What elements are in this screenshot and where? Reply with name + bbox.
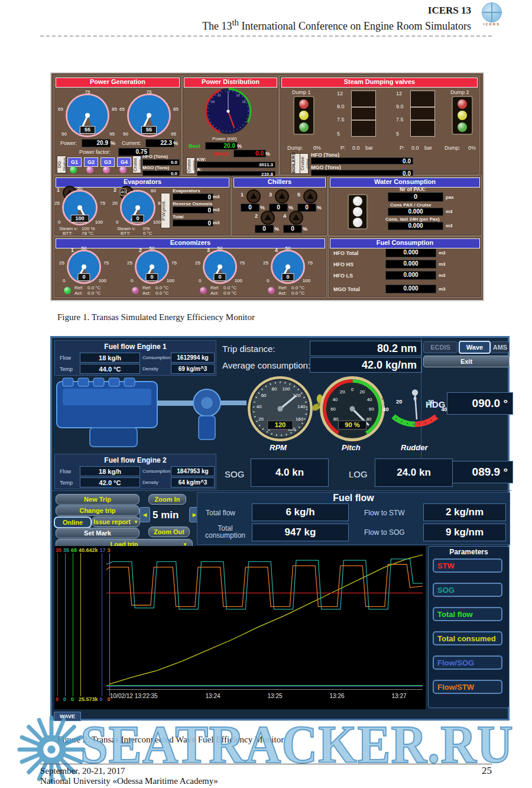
svg-text:-10: -10 — [216, 93, 221, 97]
parameters-panel: Parameters STW SOG Total flow Total cons… — [428, 546, 510, 708]
dump1-pct-value: 0% — [313, 145, 321, 151]
tab-wave[interactable]: Wave — [459, 341, 491, 354]
tab-ecdis[interactable]: ECDIS — [423, 341, 458, 353]
boilers-label: BOILERS — [291, 153, 300, 174]
svg-text:0: 0 — [228, 91, 229, 94]
interval-prev-button[interactable]: ◄ — [140, 507, 150, 522]
svg-text:20: 20 — [340, 389, 345, 395]
hfo-ls-value: 0.000 — [385, 271, 436, 280]
svg-text:80: 80 — [272, 386, 277, 392]
footer-rule — [40, 764, 492, 764]
cruise-cons-label: Cruise cons — [186, 157, 195, 174]
cog-value: 089.9 ° — [447, 461, 513, 483]
hfo-hs-value: 0.000 — [385, 260, 436, 269]
engine2-fuel-panel: Fuel flow Engine 2 Flow 18 kg/h Consumpt… — [54, 454, 216, 489]
param-total-consumed-button[interactable]: Total consumed — [433, 631, 502, 645]
economizer3-light — [200, 287, 207, 294]
flow-to-sog-label: Flow to SOG — [364, 528, 405, 537]
yellow-light — [299, 111, 309, 120]
sog-label: SOG — [225, 469, 244, 479]
boiler1-pressure-bar — [351, 91, 376, 137]
param-sog-button[interactable]: SOG — [433, 583, 502, 597]
generator4-button[interactable]: G4 — [117, 157, 131, 167]
zoom-out-button[interactable]: Zoom Out — [148, 527, 190, 537]
new-trip-button[interactable]: New Trip — [56, 494, 140, 505]
flow-to-sog-value: 9 kg/nm — [423, 524, 506, 541]
svg-text:20: 20 — [396, 399, 402, 405]
conference-short-title: ICERS 13 — [428, 5, 471, 17]
wave-bottom-tab[interactable]: WAVE — [54, 712, 81, 721]
gauge-value: 0 — [77, 273, 90, 281]
panel-title: Power Generation — [56, 77, 180, 88]
power-kw-gauge: 0 10 20 -20 -10 — [203, 86, 254, 137]
figure1-energy-efficiency-monitor: Power Generation 50 65 75 85 95 55 50 65… — [50, 72, 484, 301]
generator2-button[interactable]: G2 — [84, 157, 98, 167]
fuel-consumption-panel: Fuel Consumption HFO Total 0.000 m3 HFO … — [328, 237, 482, 298]
flow-to-stw-label: Flow to STW — [364, 509, 405, 517]
param-total-flow-button[interactable]: Total flow — [433, 607, 502, 621]
svg-text:40: 40 — [382, 406, 388, 412]
param-flow-sog-button[interactable]: Flow/SOG — [433, 655, 502, 670]
panel-title: Steam Dumping valves — [281, 77, 478, 88]
issue-report-button[interactable]: Issue report▼ — [92, 516, 140, 527]
change-trip-button[interactable]: Change trip — [56, 505, 140, 516]
white-light — [353, 218, 362, 227]
generator1-button[interactable]: G1 — [67, 157, 82, 167]
red-light — [458, 99, 467, 109]
p1-value: 0.0 — [352, 145, 360, 151]
economizer1-light — [64, 287, 71, 294]
total-flow-label: Total flow — [206, 509, 235, 517]
svg-text:40: 40 — [367, 397, 372, 402]
dump1-label: Dump 1 — [292, 89, 311, 95]
generator1-load-gauge: 50 65 75 85 95 55 — [67, 95, 108, 135]
chiller5-value: 0 — [297, 204, 316, 212]
hfo-label: HFO (Tons) — [142, 154, 168, 159]
generator1-status-light — [70, 166, 77, 173]
online-button[interactable]: Online — [54, 516, 92, 528]
dump1-pct-label: Dump: — [287, 145, 303, 151]
param-flow-stw-button[interactable]: Flow/STW — [433, 680, 502, 694]
economizer3-gauge: 0 25 50 75 100 0 — [205, 251, 235, 282]
chart-x-ticks: 10/02/12 13:22:3513:2413:2513:2613:27 — [54, 693, 426, 701]
logo-text: ICERS — [480, 22, 504, 26]
param-stw-button[interactable]: STW — [433, 558, 502, 573]
green-light — [458, 122, 467, 132]
act-value: 0.0 °C — [223, 290, 236, 296]
cruise-cons-label: Cruise cons — [300, 153, 309, 174]
gauge-value: 100 — [70, 215, 89, 222]
pump-icon — [261, 211, 275, 225]
figure2-caption: Figure 2. Transas Interconnected Wave Fu… — [57, 735, 284, 745]
flow-to-stw-value: 2 kg/nm — [423, 503, 506, 521]
engine-illustration — [54, 377, 249, 451]
evaporators-prod-value: 0 — [173, 193, 213, 201]
power-value: 20.9 — [82, 139, 111, 147]
gauge-value: 0 — [281, 273, 294, 281]
svg-text:60: 60 — [369, 406, 374, 412]
generator3-button[interactable]: G3 — [100, 157, 115, 167]
hfo-total-value: 0.000 — [385, 248, 436, 257]
interval-value: 5 min — [153, 509, 179, 521]
rpm-label: RPM — [270, 443, 287, 452]
gauge-value: 0 — [145, 273, 158, 281]
set-mark-button[interactable]: Set Mark — [56, 528, 140, 538]
hdg-label: HDG — [426, 399, 445, 409]
svg-text:160: 160 — [296, 416, 304, 422]
icers-logo: ICERS — [480, 2, 504, 32]
dropdown-arrow-icon: ▼ — [134, 519, 138, 525]
svg-text:80: 80 — [333, 416, 339, 422]
log-value: 24.0 kn — [375, 458, 453, 487]
panel-title: Fuel flow Engine 2 — [55, 456, 216, 464]
svg-text:80: 80 — [366, 416, 372, 422]
parameters-title: Parameters — [429, 548, 509, 556]
paper-page: ICERS 13 The 13th International Conferen… — [0, 0, 532, 788]
footer-organization: National University «Odessa Maritime Aca… — [40, 776, 218, 786]
tab-ams[interactable]: AMS — [491, 341, 510, 353]
generator2-status-light — [86, 166, 93, 173]
engine1-density-value: 69 kg/m^3 — [171, 364, 215, 374]
chart-y-axes: 35035068040.642k25.573k17030 — [56, 547, 111, 702]
footer-date: September, 20-21, 2017 — [40, 766, 125, 776]
zoom-in-button[interactable]: Zoom In — [148, 494, 186, 505]
pump-icon — [246, 189, 261, 204]
total-consumption-label: Total consumption — [201, 525, 249, 539]
exit-button[interactable]: Exit — [423, 356, 510, 367]
